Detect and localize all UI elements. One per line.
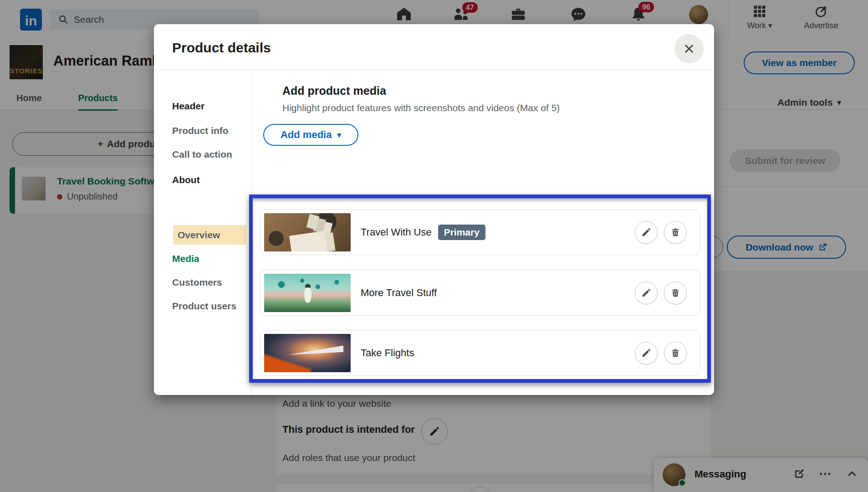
close-button[interactable]: [674, 34, 704, 63]
sidebar-item-call-to-action[interactable]: Call to action: [172, 149, 232, 160]
linkedin-app: in 47 96 Work ▾ Advertise: [0, 0, 868, 492]
media-section-subheading: Highlight product features with screensh…: [282, 102, 560, 113]
product-details-modal: Product details Header Product info Call…: [154, 24, 714, 395]
media-thumbnail: [264, 213, 351, 251]
add-media-label: Add media: [281, 129, 332, 141]
pencil-icon: [641, 227, 651, 237]
edit-media-button[interactable]: [635, 221, 658, 244]
media-thumbnail: [264, 334, 351, 372]
sidebar-section-about: About: [172, 174, 200, 185]
add-media-caret-icon: ▾: [337, 130, 341, 140]
add-media-button[interactable]: Add media ▾: [263, 124, 358, 146]
sidebar-item-customers[interactable]: Customers: [172, 277, 222, 288]
sidebar-section-header: Header: [172, 101, 204, 112]
trash-icon: [670, 348, 680, 358]
sidebar-item-product-users[interactable]: Product users: [172, 301, 236, 312]
sidebar-item-overview[interactable]: Overview: [178, 230, 220, 241]
media-thumbnail: [264, 274, 351, 312]
pencil-icon: [641, 348, 651, 358]
primary-badge: Primary: [438, 225, 485, 240]
annotation-highlight-box: Travel With Use Primary More Travel Stuf…: [249, 195, 711, 383]
trash-icon: [670, 227, 680, 237]
modal-sidebar: Header Product info Call to action About…: [154, 70, 252, 395]
edit-media-button[interactable]: [635, 342, 658, 364]
close-icon: [683, 42, 695, 55]
media-row-take-flights: Take Flights: [260, 330, 700, 376]
modal-title: Product details: [172, 40, 271, 56]
media-title: Travel With Use: [361, 226, 432, 238]
pencil-icon: [641, 288, 651, 298]
delete-media-button[interactable]: [664, 282, 687, 304]
edit-media-button[interactable]: [635, 282, 658, 304]
media-title: Take Flights: [361, 347, 414, 359]
delete-media-button[interactable]: [664, 221, 687, 244]
trash-icon: [670, 288, 680, 298]
delete-media-button[interactable]: [664, 342, 687, 364]
media-row-more-travel-stuff: More Travel Stuff: [260, 270, 700, 316]
sidebar-item-product-info[interactable]: Product info: [172, 125, 229, 136]
modal-content: Add product media Highlight product feat…: [252, 70, 714, 395]
media-title: More Travel Stuff: [361, 287, 437, 299]
sidebar-item-media[interactable]: Media: [172, 253, 199, 264]
media-section-heading: Add product media: [282, 84, 386, 97]
media-row-travel-with-use: Travel With Use Primary: [260, 209, 700, 255]
